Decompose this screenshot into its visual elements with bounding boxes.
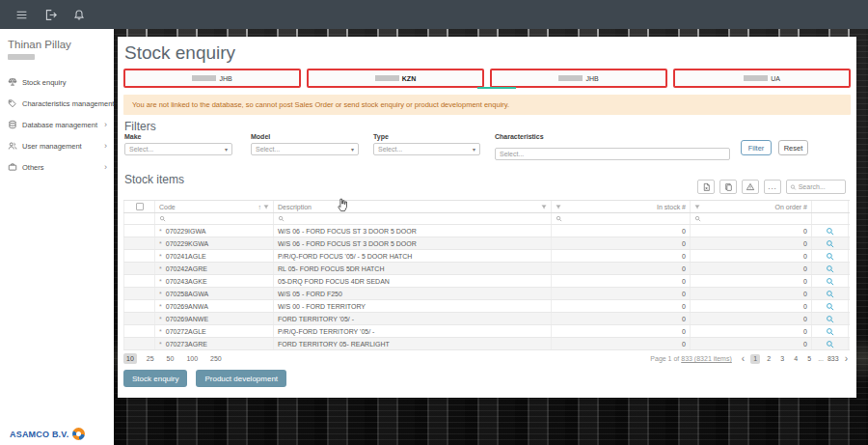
sidebar-nav: Stock enquiry Characteristics management… [0,71,114,178]
row-detail-button[interactable] [812,250,849,262]
magnifier-icon [826,340,834,348]
stock-description: W/S 06 - FORD FOCUS ST 3 DOOR 5 DOOR [274,225,552,236]
expand-marker[interactable]: * [159,328,162,335]
chevron-right-icon: › [104,120,107,129]
row-detail-button[interactable] [812,263,849,274]
page-size-option[interactable]: 50 [164,353,177,364]
expand-marker[interactable]: * [159,291,162,297]
row-detail-button[interactable] [812,325,849,337]
expand-marker[interactable]: * [159,341,162,348]
page-summary-link[interactable]: 833 (8321 items) [681,355,732,362]
filter-funnel-icon[interactable] [556,204,561,210]
redacted-user-detail [8,54,35,60]
expand-marker[interactable]: * [159,278,162,285]
page-number[interactable]: 5 [804,354,814,364]
row-detail-button[interactable] [812,225,849,236]
table-row[interactable]: * 070229IGWA W/S 06 - FORD FOCUS ST 3 DO… [123,225,850,237]
more-options-icon[interactable]: ... [764,180,781,194]
page-size-option[interactable]: 10 [123,353,137,364]
description-column-search[interactable] [274,213,552,224]
page-number[interactable]: 1 [750,354,760,364]
sidebar-item-label: Stock enquiry [22,78,66,87]
page-size-option[interactable]: 100 [183,353,201,364]
column-header-code[interactable]: Code ↑ [155,201,274,212]
expand-marker[interactable]: * [159,265,162,272]
filter-funnel-icon[interactable] [541,204,547,210]
table-header-row: Code ↑ Description In stock # [123,201,850,213]
row-detail-button[interactable] [812,313,849,324]
table-row[interactable]: * 070269ANWA W/S 00 - FORD TERRITORY 0 0 [123,300,850,313]
expand-marker[interactable]: * [159,253,162,260]
magnifier-icon [826,315,834,323]
row-detail-button[interactable] [812,275,849,287]
model-select[interactable]: Select... ▾ [251,143,359,155]
filter-type: Type Select... ▾ [373,133,480,155]
column-header-in-stock[interactable]: In stock # [552,201,691,212]
stock-code: 070242AGRE [166,265,207,272]
table-row[interactable]: * 070241AGLE P/R/Q-FORD FOCUS '05/ - 5 D… [123,250,850,263]
table-row[interactable]: * 070242AGRE RL 05- FORD FOCUS 5DR HATCH… [123,263,850,275]
branch-tab-kzn[interactable]: KZN [307,69,484,88]
row-detail-button[interactable] [812,288,849,299]
table-row[interactable]: * 070258AGWA W/S 05 - FORD F250 0 0 [123,288,850,300]
page-number[interactable]: 2 [764,354,773,364]
table-row[interactable]: * 070269ANWE FORD TERRITORY '05/ - 0 0 [123,313,850,325]
type-select[interactable]: Select... ▾ [373,143,480,155]
page-number[interactable]: 833 [827,354,839,364]
sidebar-item-user-management[interactable]: User management › [0,135,114,156]
branch-tab-jhb-2[interactable]: JHB [490,69,667,88]
page-number[interactable]: 4 [791,354,800,364]
branch-tab-ua[interactable]: UA [673,69,851,88]
column-header-description[interactable]: Description [274,201,552,212]
select-all-checkbox[interactable] [136,203,144,210]
on-order-value: 0 [691,313,812,324]
search-icon [694,215,701,222]
branch-tab-jhb-1[interactable]: JHB [123,69,301,88]
on-order-value: 0 [691,325,812,337]
row-detail-button[interactable] [812,237,849,249]
warning-triangle-icon[interactable] [742,180,759,194]
table-row[interactable]: * 070273AGRE FORD TERRITORY 05- REARLIGH… [123,338,850,350]
stock-enquiry-button[interactable]: Stock enquiry [123,370,187,387]
make-select[interactable]: Select... ▾ [124,143,232,155]
sidebar-item-database-management[interactable]: Database management › [0,114,114,135]
code-column-search[interactable] [155,213,274,224]
page-number[interactable]: 3 [777,354,787,364]
chevron-right-icon: › [104,141,107,151]
product-development-button[interactable]: Product development [196,370,286,387]
page-size-option[interactable]: 250 [207,353,225,364]
sidebar-item-characteristics-management[interactable]: Characteristics management [0,93,114,114]
stock-code: 070229IGWA [166,228,206,235]
filter-funnel-icon[interactable] [263,204,269,210]
menu-icon[interactable] [12,5,31,24]
bell-icon[interactable] [69,5,89,24]
row-detail-button[interactable] [812,300,849,312]
table-row[interactable]: * 070229KGWA W/S 06 - FORD FOCUS ST 3 DO… [123,237,850,250]
row-detail-button[interactable] [812,338,849,349]
logout-icon[interactable] [41,5,60,24]
filter-funnel-icon[interactable] [694,204,700,210]
filter-characteristics: Characteristics [495,133,730,160]
reset-button[interactable]: Reset [778,140,808,155]
expand-marker[interactable]: * [159,228,162,235]
expand-marker[interactable]: * [159,303,162,310]
table-row[interactable]: * 070243AGKE 05-DRQ FORD FOCUS 4DR SEDAN… [123,275,850,288]
next-page-button[interactable]: › [843,353,850,364]
stock-code: 070269ANWA [166,303,208,310]
export-icon[interactable] [697,180,715,194]
page-size-option[interactable]: 25 [144,353,157,364]
column-header-on-order[interactable]: On order # [691,201,812,212]
characteristics-input[interactable] [495,148,730,160]
sidebar-item-stock-enquiry[interactable]: Stock enquiry [0,71,114,93]
expand-marker[interactable]: * [159,316,162,322]
prev-page-button[interactable]: ‹ [740,353,746,364]
table-row[interactable]: * 070272AGLE P/R/Q-FORD TERRITORY '05/ -… [123,325,850,338]
expand-marker[interactable]: * [159,240,162,247]
sidebar-item-others[interactable]: Others › [0,156,114,178]
copy-icon[interactable] [719,180,737,194]
grid-search-input[interactable] [799,183,842,190]
in-stock-column-search[interactable] [552,213,691,224]
on-order-column-search[interactable] [691,213,812,224]
filter-button[interactable]: Filter [741,140,772,155]
in-stock-value: 0 [552,325,691,337]
